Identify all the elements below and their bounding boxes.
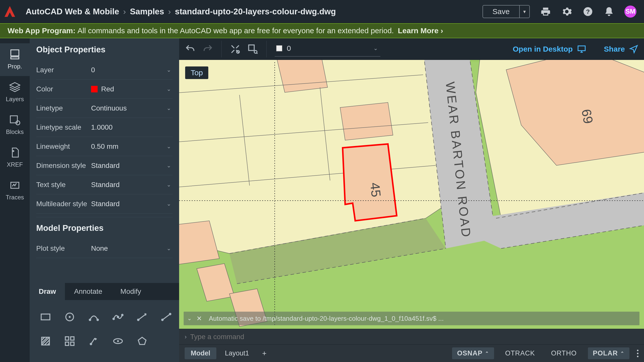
- add-layout-button[interactable]: +: [258, 348, 271, 359]
- chevron-up-icon: ⌃: [620, 351, 624, 356]
- promo-banner: Web App Program: All commands and tools …: [0, 23, 644, 38]
- breadcrumb-file: standard-upto-20-layers-colour-dwg.dwg: [175, 7, 336, 16]
- layer-dropdown[interactable]: 0 ⌄: [275, 42, 380, 57]
- tool-rectangle[interactable]: [36, 307, 55, 327]
- toggle-osnap[interactable]: OSNAP⌃: [452, 347, 494, 359]
- tool-hatch[interactable]: [36, 331, 55, 351]
- command-bar[interactable]: ›: [179, 329, 644, 344]
- chevron-down-icon[interactable]: ⌄: [187, 315, 192, 322]
- print-icon[interactable]: [540, 6, 551, 17]
- open-in-desktop-button[interactable]: Open in Desktop: [513, 44, 586, 54]
- nav-layers[interactable]: Layers: [0, 76, 30, 109]
- help-icon[interactable]: ?: [583, 6, 593, 17]
- prop-ltscale[interactable]: Linetype scale 1.0000: [36, 118, 173, 137]
- save-button-label[interactable]: Save: [483, 6, 520, 18]
- color-swatch: [91, 86, 98, 92]
- nav-xref-label: XREF: [7, 161, 23, 168]
- layers-icon: [9, 81, 21, 93]
- tool-tabs: Draw Annotate Modify: [30, 283, 179, 300]
- tab-modify[interactable]: Modify: [111, 283, 150, 300]
- xref-icon: [9, 147, 21, 159]
- tool-spline[interactable]: [108, 307, 128, 327]
- chevron-down-icon: ⌄: [167, 162, 171, 169]
- tool-ellipse[interactable]: [108, 331, 128, 351]
- prop-layer[interactable]: Layer 0⌄: [36, 60, 173, 80]
- tab-model[interactable]: Model: [185, 347, 216, 359]
- toggle-ortho[interactable]: ORTHO: [546, 347, 582, 359]
- object-properties-heading: Object Properties: [36, 45, 173, 54]
- svg-rect-20: [71, 337, 74, 340]
- tool-arc[interactable]: [84, 307, 104, 327]
- tool-line[interactable]: [156, 307, 176, 327]
- autocad-logo: [4, 5, 16, 18]
- nav-xref[interactable]: XREF: [0, 141, 30, 174]
- svg-text:45: 45: [368, 182, 384, 198]
- prop-textstyle[interactable]: Text style Standard⌄: [36, 175, 173, 194]
- tool-circle[interactable]: [60, 307, 79, 327]
- prop-color[interactable]: Color Red⌄: [36, 80, 173, 99]
- prop-dimstyle[interactable]: Dimension style Standard⌄: [36, 156, 173, 175]
- redo-button[interactable]: [202, 44, 213, 55]
- prop-plotstyle[interactable]: Plot style None⌄: [36, 239, 173, 258]
- tab-annotate[interactable]: Annotate: [65, 283, 111, 300]
- nav-traces[interactable]: Traces: [0, 174, 30, 207]
- chevron-down-icon: ⌄: [167, 143, 171, 150]
- sidebar-nav: Prop. Layers Blocks XREF Traces: [0, 38, 30, 362]
- save-dropdown[interactable]: ▾: [520, 6, 529, 18]
- save-button[interactable]: Save ▾: [482, 5, 530, 18]
- command-input[interactable]: [190, 333, 638, 341]
- nav-layers-label: Layers: [6, 96, 24, 103]
- undo-button[interactable]: [185, 44, 196, 55]
- nav-properties-label: Prop.: [8, 63, 22, 70]
- nav-blocks[interactable]: Blocks: [0, 109, 30, 141]
- chevron-down-icon: ⌄: [167, 86, 171, 92]
- prop-mleader[interactable]: Multileader style Standard⌄: [36, 194, 173, 213]
- breadcrumb: AutoCAD Web & Mobile › Samples › standar…: [26, 7, 336, 16]
- chevron-down-icon: ⌄: [167, 105, 171, 112]
- zoom-extents-button[interactable]: [230, 44, 241, 55]
- nav-properties[interactable]: Prop.: [0, 43, 30, 76]
- svg-point-9: [69, 316, 70, 317]
- svg-point-11: [97, 319, 98, 321]
- properties-panel: Object Properties Layer 0⌄ Color Red⌄ Li…: [30, 38, 179, 362]
- canvas-toolbar: 0 ⌄ Open in Desktop Share: [179, 38, 644, 60]
- share-button[interactable]: Share: [604, 44, 638, 54]
- command-caret-icon: ›: [185, 333, 187, 340]
- breadcrumb-root[interactable]: AutoCAD Web & Mobile: [26, 7, 119, 16]
- breadcrumb-folder[interactable]: Samples: [130, 7, 164, 16]
- tool-polygon[interactable]: [132, 331, 152, 351]
- svg-text:?: ?: [586, 8, 590, 15]
- tool-point[interactable]: [84, 331, 104, 351]
- tool-array[interactable]: [60, 331, 79, 351]
- svg-point-16: [162, 319, 163, 321]
- svg-rect-22: [71, 342, 74, 345]
- toggle-otrack[interactable]: OTRACK: [500, 347, 540, 359]
- close-icon[interactable]: ✕: [195, 314, 203, 322]
- toggle-polar[interactable]: POLAR⌃: [588, 347, 630, 359]
- autosave-text: Automatic save to /tmp/standard-upto-20-…: [209, 315, 444, 322]
- svg-point-10: [89, 319, 91, 321]
- svg-rect-7: [41, 314, 50, 320]
- draw-tools: [30, 300, 179, 362]
- gear-icon[interactable]: [561, 6, 572, 17]
- tool-polyline[interactable]: [132, 307, 152, 327]
- avatar[interactable]: SM: [624, 6, 636, 18]
- svg-point-17: [169, 313, 171, 315]
- tab-draw[interactable]: Draw: [30, 283, 65, 300]
- layer-current-value: 0: [287, 44, 291, 53]
- svg-rect-3: [11, 57, 19, 59]
- more-menu-icon[interactable]: [637, 350, 638, 357]
- tab-layout1[interactable]: Layout1: [219, 347, 255, 359]
- breadcrumb-sep-icon: ›: [123, 7, 126, 16]
- view-label[interactable]: Top: [185, 66, 208, 79]
- learn-more-link[interactable]: Learn More ›: [398, 26, 443, 35]
- prop-lineweight[interactable]: Lineweight 0.50 mm⌄: [36, 137, 173, 156]
- bell-icon[interactable]: [604, 6, 614, 17]
- svg-rect-29: [578, 46, 585, 51]
- blocks-icon: [9, 114, 21, 126]
- breadcrumb-sep-icon: ›: [168, 7, 171, 16]
- prop-linetype[interactable]: Linetype Continuous⌄: [36, 99, 173, 118]
- drawing-canvas[interactable]: Top: [179, 60, 644, 329]
- zoom-window-button[interactable]: [247, 44, 258, 55]
- svg-point-15: [138, 319, 139, 321]
